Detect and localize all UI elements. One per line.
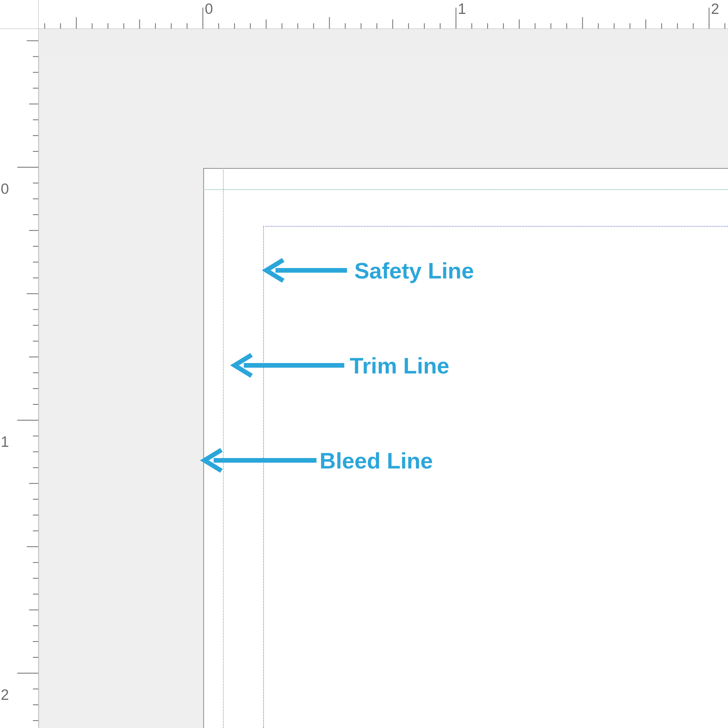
v-ruler-mark-0: 0 [1, 182, 9, 196]
v-ruler-mark-1: 1 [1, 434, 9, 449]
ruler-origin-corner [0, 0, 39, 29]
page-bleed-box [203, 168, 728, 728]
trim-guide-horizontal [203, 189, 728, 190]
horizontal-ruler[interactable]: 0 1 2 [39, 0, 728, 29]
vertical-ruler[interactable]: 0 1 2 [0, 29, 39, 728]
h-ruler-mark-1: 1 [458, 2, 466, 16]
h-ruler-mark-2: 2 [711, 2, 719, 16]
trim-guide-vertical [223, 168, 224, 728]
safety-guide-horizontal [263, 226, 728, 227]
document-canvas[interactable]: Safety Line Trim Line Bleed Line [39, 56, 728, 728]
safety-guide-vertical [263, 226, 264, 728]
v-ruler-mark-2: 2 [1, 687, 9, 702]
h-ruler-mark-0: 0 [205, 2, 213, 16]
